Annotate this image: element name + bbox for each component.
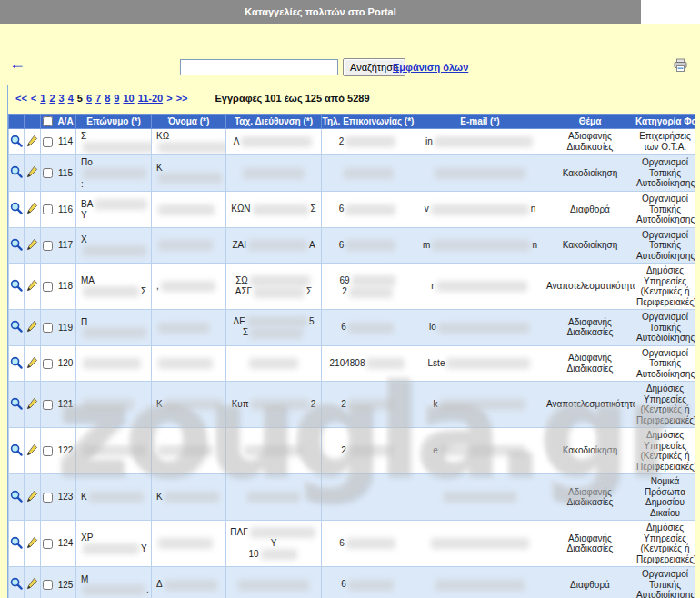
page-link-3[interactable]: 3 — [59, 93, 65, 104]
page-next-link[interactable]: > — [166, 93, 172, 104]
view-magnifier-icon[interactable] — [9, 192, 25, 228]
cell-text-fragment: ΖΑΙ — [232, 240, 246, 250]
page-link-8[interactable]: 8 — [105, 93, 110, 104]
name-cell — [152, 310, 226, 346]
phone-cell: 2104808 — [322, 345, 415, 382]
view-magnifier-icon[interactable] — [9, 567, 25, 598]
printer-icon[interactable] — [673, 58, 688, 76]
edit-pencil-icon[interactable] — [25, 345, 41, 382]
cell-text-fragment: ΣΩ — [235, 275, 248, 285]
row-checkbox[interactable] — [43, 168, 53, 178]
surname-cell: Π — [76, 310, 152, 346]
page-link-7[interactable]: 7 — [95, 93, 101, 104]
theme-cell: Διαφθορά — [545, 192, 635, 228]
row-checkbox[interactable] — [43, 446, 53, 456]
header-icon-cell — [25, 115, 41, 129]
edit-pencil-icon[interactable] — [25, 154, 41, 191]
view-magnifier-icon[interactable] — [9, 382, 25, 428]
name-cell — [152, 227, 226, 264]
edit-pencil-icon[interactable] — [25, 428, 41, 474]
view-magnifier-icon[interactable] — [9, 310, 25, 346]
view-magnifier-icon[interactable] — [9, 521, 25, 567]
edit-pencil-icon[interactable] — [25, 521, 41, 567]
row-checkbox[interactable] — [43, 137, 53, 147]
surname-cell: Σ — [76, 129, 152, 155]
phone-cell: 2 — [322, 428, 415, 474]
checkbox-cell — [41, 345, 55, 382]
row-checkbox[interactable] — [43, 282, 53, 292]
row-checkbox[interactable] — [43, 323, 53, 333]
row-checkbox[interactable] — [43, 580, 53, 590]
edit-pencil-icon[interactable] — [25, 227, 41, 264]
row-checkbox[interactable] — [43, 493, 53, 503]
col-header-3: Όνομα (*) — [152, 115, 226, 129]
theme-cell: Αδιαφανής Διαδικασίες — [545, 129, 635, 155]
view-magnifier-icon[interactable] — [9, 129, 25, 155]
row-checkbox[interactable] — [43, 359, 53, 369]
edit-pencil-icon[interactable] — [25, 474, 41, 521]
page-last-link[interactable]: >> — [176, 93, 188, 104]
back-arrow-icon[interactable]: ← — [9, 55, 25, 74]
category-cell: Νομικά Πρόσωπα Δημοσίου Δικαίου — [635, 474, 695, 521]
phone-cell: 2 — [322, 129, 415, 155]
address-cell: Λ — [226, 129, 322, 155]
cell-text-fragment: Μ — [81, 574, 88, 584]
row-number: 115 — [55, 154, 76, 191]
redacted-text — [241, 136, 312, 147]
cell-text-fragment: ΠΑΓ — [230, 527, 247, 537]
redacted-text — [348, 445, 394, 456]
name-cell — [152, 428, 226, 474]
edit-pencil-icon[interactable] — [25, 264, 41, 310]
page-link-4[interactable]: 4 — [68, 93, 74, 104]
row-checkbox[interactable] — [43, 400, 53, 410]
page-prev-link[interactable]: < — [31, 93, 36, 104]
show-all-link[interactable]: Εμφάνιση όλων — [393, 62, 468, 73]
checkbox-cell — [41, 474, 55, 521]
page-link-1[interactable]: 1 — [40, 93, 45, 104]
email-cell: r — [415, 264, 545, 310]
page-link-2[interactable]: 2 — [49, 93, 55, 104]
complaints-table: Α/ΑΕπώνυμο (*)Όνομα (*)Ταχ. Διεύθυνση (*… — [8, 114, 695, 598]
row-checkbox[interactable] — [43, 241, 53, 251]
page-link-11-20[interactable]: 11-20 — [138, 93, 164, 104]
edit-pencil-icon[interactable] — [25, 382, 41, 428]
edit-pencil-icon[interactable] — [25, 567, 41, 598]
checkbox-cell — [41, 567, 55, 598]
edit-pencil-icon[interactable] — [25, 129, 41, 155]
cell-text-fragment: ΚΩ — [156, 131, 169, 141]
surname-cell — [76, 428, 152, 474]
redacted-text — [345, 204, 395, 215]
page-link-6[interactable]: 6 — [86, 93, 92, 104]
view-magnifier-icon[interactable] — [9, 474, 25, 521]
redacted-text — [435, 136, 533, 147]
phone-cell: 2 — [322, 382, 415, 428]
category-cell: Οργανισμοί Τοπικής Αυτοδιοίκησης — [635, 567, 695, 598]
edit-pencil-icon[interactable] — [25, 310, 41, 346]
name-cell — [152, 192, 226, 228]
view-magnifier-icon[interactable] — [9, 345, 25, 382]
col-header-2: Επώνυμο (*) — [76, 115, 152, 129]
phone-cell: 692 — [322, 264, 415, 310]
view-magnifier-icon[interactable] — [9, 154, 25, 191]
email-cell: vn — [415, 192, 545, 228]
select-all-checkbox[interactable] — [43, 116, 53, 126]
redacted-text — [254, 287, 305, 298]
name-cell: Κ — [152, 474, 226, 521]
cell-text-fragment: io — [429, 322, 436, 332]
row-number: 120 — [55, 345, 76, 382]
view-magnifier-icon[interactable] — [9, 428, 25, 474]
redacted-text — [158, 538, 213, 549]
row-checkbox[interactable] — [43, 204, 53, 214]
view-magnifier-icon[interactable] — [9, 227, 25, 264]
row-checkbox[interactable] — [43, 539, 53, 549]
checkbox-cell — [41, 310, 55, 346]
view-magnifier-icon[interactable] — [9, 264, 25, 310]
page-first-link[interactable]: << — [15, 93, 27, 104]
email-cell: Lste — [415, 345, 545, 382]
edit-pencil-icon[interactable] — [25, 192, 41, 228]
page-link-9[interactable]: 9 — [114, 93, 119, 104]
search-input[interactable] — [180, 59, 338, 75]
checkbox-cell — [41, 154, 55, 191]
page-link-10[interactable]: 10 — [123, 93, 134, 104]
redacted-text — [344, 168, 394, 179]
